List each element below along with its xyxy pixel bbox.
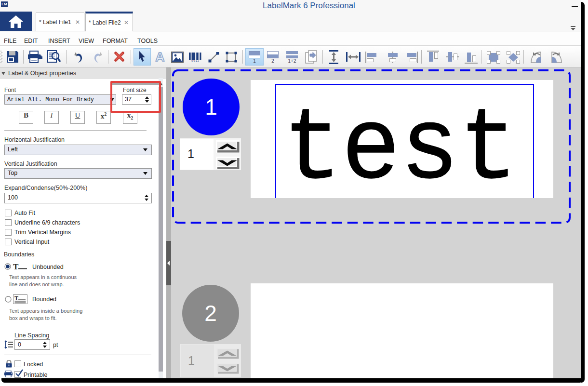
svg-text:A: A [156,51,165,63]
svg-text:1: 1 [253,58,256,63]
svg-text:2: 2 [271,58,274,63]
svg-text:1+2: 1+2 [288,58,296,63]
svg-text:0 9 1 2: 0 9 1 2 [191,59,199,62]
svg-text:T: T [14,295,18,302]
